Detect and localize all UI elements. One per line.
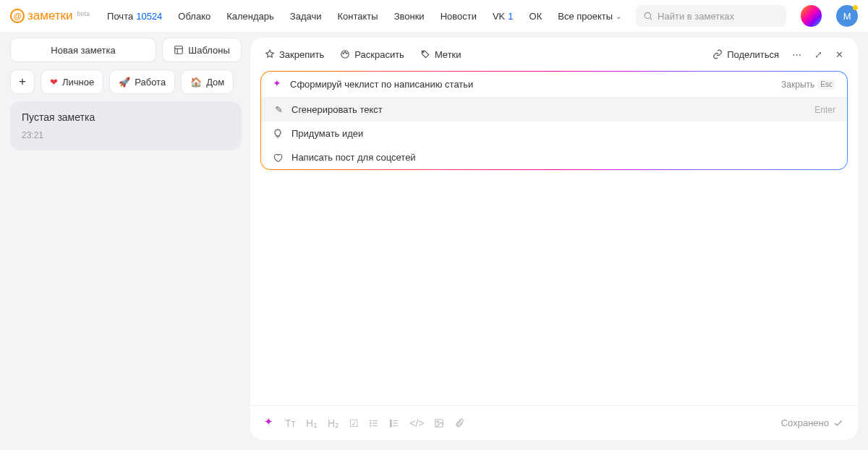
logo-text: заметки (27, 9, 73, 23)
chevron-down-icon: ⌄ (616, 12, 621, 20)
editor-panel: Закрепить Раскрасить Метки Поделиться ⋯ … (250, 38, 858, 440)
app-logo[interactable]: @ заметки beta (10, 9, 90, 23)
templates-button[interactable]: Шаблоны (162, 38, 242, 62)
nav-label: Почта (107, 11, 133, 22)
note-title: Пустая заметка (22, 111, 230, 123)
ai-close-button[interactable]: Закрыть Esc (781, 80, 835, 90)
nav-contacts[interactable]: Контакты (337, 11, 378, 22)
svg-text:3: 3 (390, 424, 392, 428)
nav-vk[interactable]: VK 1 (493, 11, 514, 22)
nav-mail[interactable]: Почта 10524 (107, 11, 162, 22)
top-bar: @ заметки beta Почта 10524 Облако Календ… (0, 0, 868, 32)
text-format-icon[interactable]: Тт (285, 417, 296, 429)
numbered-list-icon[interactable]: 123 (389, 418, 399, 428)
color-button[interactable]: Раскрасить (340, 49, 404, 60)
nav-ok[interactable]: ОК (529, 11, 542, 22)
tag-row: + ❤ Личное 🚀 Работа 🏠 Дом (10, 69, 242, 94)
svg-point-8 (346, 53, 347, 54)
nav-tasks[interactable]: Задачи (290, 11, 322, 22)
tag-home[interactable]: 🏠 Дом (181, 69, 234, 94)
code-icon[interactable]: </> (409, 417, 424, 429)
search-icon (643, 11, 653, 21)
checkbox-icon[interactable]: ☑ (349, 417, 359, 429)
saved-status: Сохранено (781, 417, 843, 428)
more-icon[interactable]: ⋯ (792, 49, 801, 60)
h1-icon[interactable]: H₁ (306, 417, 318, 429)
nav-calendar[interactable]: Календарь (226, 11, 274, 22)
heart-icon: ❤ (50, 77, 58, 88)
expand-icon[interactable]: ⤢ (814, 49, 822, 60)
share-button[interactable]: Поделиться (712, 49, 779, 60)
ai-input-row: Закрыть Esc (261, 72, 847, 98)
svg-point-12 (370, 425, 371, 425)
beta-tag: beta (77, 10, 90, 17)
editor-header: Закрепить Раскрасить Метки Поделиться ⋯ … (250, 38, 858, 71)
svg-point-0 (644, 12, 650, 18)
tag-work[interactable]: 🚀 Работа (109, 69, 175, 94)
tags-button[interactable]: Метки (420, 49, 461, 60)
user-avatar[interactable]: М (836, 5, 858, 27)
note-time: 23:21 (22, 130, 230, 140)
nav-count: 10524 (136, 11, 162, 22)
enter-hint: Enter (814, 105, 835, 115)
bulb-icon (273, 129, 284, 139)
editor-footer: Тт H₁ H₂ ☑ 123 </> Сохранено (250, 405, 858, 440)
top-nav: Почта 10524 Облако Календарь Задачи Конт… (107, 11, 621, 22)
nav-all-projects[interactable]: Все проекты ⌄ (558, 11, 621, 22)
svg-point-10 (370, 420, 371, 420)
ai-option-generate[interactable]: ✎ Сгенерировать текст Enter (261, 98, 847, 122)
heart-outline-icon (273, 153, 284, 163)
sidebar: Новая заметка Шаблоны + ❤ Личное 🚀 Работ… (10, 38, 242, 440)
check-icon (833, 418, 843, 428)
theme-avatar[interactable] (801, 5, 822, 27)
notification-dot (853, 5, 858, 10)
pin-button[interactable]: Закрепить (265, 49, 324, 60)
ai-prompt-box: Закрыть Esc ✎ Сгенерировать текст Enter (260, 71, 848, 170)
home-icon: 🏠 (190, 77, 202, 88)
note-card[interactable]: Пустая заметка 23:21 (10, 101, 242, 150)
logo-icon: @ (10, 9, 25, 23)
svg-point-9 (422, 51, 424, 53)
svg-point-7 (345, 51, 346, 52)
new-note-button[interactable]: Новая заметка (10, 38, 156, 62)
search-placeholder: Найти в заметках (658, 11, 734, 22)
palette-icon (340, 49, 350, 59)
tag-icon (420, 49, 430, 59)
main-area: Новая заметка Шаблоны + ❤ Личное 🚀 Работ… (0, 32, 868, 450)
ai-option-social[interactable]: Написать пост для соцсетей (261, 145, 847, 169)
rocket-icon: 🚀 (119, 77, 130, 88)
close-icon[interactable]: ✕ (835, 49, 843, 60)
image-icon[interactable] (434, 418, 444, 428)
ai-input[interactable] (290, 79, 774, 90)
attach-icon[interactable] (454, 418, 464, 428)
search-input[interactable]: Найти в заметках (636, 5, 786, 27)
template-icon (174, 45, 184, 55)
bullet-list-icon[interactable] (369, 418, 379, 428)
sparkle-icon[interactable] (264, 417, 275, 428)
nav-cloud[interactable]: Облако (178, 11, 210, 22)
sparkle-icon (273, 80, 283, 90)
ai-option-ideas[interactable]: Придумать идеи (261, 122, 847, 145)
pencil-icon: ✎ (273, 104, 284, 115)
nav-news[interactable]: Новости (441, 11, 477, 22)
svg-point-6 (343, 53, 344, 54)
svg-rect-2 (175, 46, 183, 54)
pin-icon (265, 49, 275, 59)
link-icon (712, 49, 723, 59)
esc-key: Esc (817, 80, 835, 90)
add-tag-button[interactable]: + (10, 69, 35, 94)
tag-personal[interactable]: ❤ Личное (41, 69, 103, 94)
svg-line-1 (650, 18, 652, 20)
nav-calls[interactable]: Звонки (394, 11, 425, 22)
h2-icon[interactable]: H₂ (328, 417, 339, 429)
svg-point-23 (438, 421, 439, 423)
svg-point-11 (370, 423, 371, 423)
